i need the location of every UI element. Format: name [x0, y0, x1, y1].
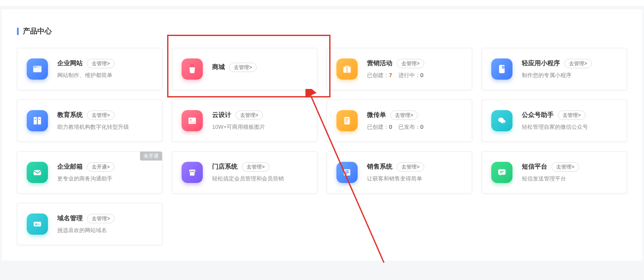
- wechat-icon: [491, 110, 512, 131]
- card-desc: 更专业的商务沟通助手: [57, 175, 153, 183]
- svg-rect-25: [345, 174, 347, 175]
- stat-value: 0: [389, 124, 392, 130]
- product-card-shop[interactable]: 商城 去管理>: [172, 48, 317, 90]
- card-desc: 让获客和销售变得简单: [367, 175, 462, 183]
- svg-rect-16: [345, 122, 347, 122]
- open-button[interactable]: 去开通>: [87, 162, 115, 172]
- list-icon: [336, 162, 358, 183]
- page: 产品中心 企业网站 去管理> 网站制作、维护都简单 商城: [2, 9, 642, 261]
- card-desc: 网站制作、维护都简单: [57, 72, 153, 79]
- message-icon: [491, 162, 512, 183]
- section-title-bar: [17, 28, 19, 35]
- product-card-miniapp[interactable]: 轻应用小程序 去管理> 制作您的专属小程序: [482, 48, 627, 90]
- svg-rect-28: [500, 172, 502, 173]
- svg-point-8: [502, 66, 505, 69]
- section-title-text: 产品中心: [23, 26, 52, 36]
- card-desc: 10W+可商用模板图片: [212, 123, 308, 131]
- card-title: 企业网站: [57, 59, 83, 67]
- product-card-mail[interactable]: 未开通 企业邮箱 去开通> 更专业的商务沟通助手: [17, 151, 162, 194]
- svg-rect-10: [39, 119, 40, 120]
- manage-button[interactable]: 去管理>: [552, 162, 579, 172]
- svg-rect-27: [500, 171, 504, 172]
- stat-label: 已发布：: [398, 124, 420, 130]
- card-title: 云设计: [212, 111, 231, 119]
- card-desc: 短信发送管理平台: [522, 175, 617, 183]
- card-title: 企业邮箱: [57, 163, 83, 171]
- stat-value: 0: [420, 124, 423, 130]
- card-title: 短信平台: [522, 163, 547, 171]
- svg-point-12: [190, 119, 191, 120]
- manage-button[interactable]: 去管理>: [235, 111, 263, 120]
- manage-button[interactable]: 去管理>: [397, 59, 424, 69]
- product-card-edu[interactable]: 教育系统 去管理> 助力教培机构数字化转型升级: [17, 100, 162, 142]
- stat-label: 进行中：: [398, 72, 420, 78]
- product-card-wechat[interactable]: 公众号助手 去管理> 轻松管理自家的微信公众号: [482, 100, 627, 142]
- image-icon: [182, 110, 203, 131]
- section-title: 产品中心: [17, 26, 627, 36]
- card-title: 商城: [212, 63, 225, 71]
- manage-button[interactable]: 去管理>: [87, 59, 115, 69]
- card-title: 门店系统: [212, 163, 238, 171]
- product-card-sales[interactable]: 销售系统 去管理> 让获客和销售变得简单: [327, 151, 472, 194]
- card-title: 公众号助手: [522, 111, 554, 119]
- card-desc: 轻松搞定会员管理和会员营销: [212, 175, 308, 183]
- header-placeholder: [0, 0, 644, 7]
- page-icon: [336, 110, 358, 131]
- svg-rect-26: [498, 169, 505, 175]
- svg-rect-20: [34, 170, 41, 175]
- browser-icon: [27, 58, 48, 80]
- svg-point-3: [36, 67, 36, 67]
- stat-value: 7: [389, 72, 392, 78]
- svg-rect-21: [190, 173, 195, 175]
- manage-button[interactable]: 去管理>: [564, 59, 592, 69]
- card-title: 域名管理: [57, 214, 83, 222]
- product-grid: 企业网站 去管理> 网站制作、维护都简单 商城 去管理>: [17, 48, 627, 245]
- manage-button[interactable]: 去管理>: [558, 111, 585, 120]
- card-desc: 挑选喜欢的网站域名: [57, 227, 153, 234]
- svg-rect-23: [345, 171, 349, 172]
- badge-unopened: 未开通: [140, 152, 162, 161]
- svg-rect-15: [345, 120, 347, 121]
- card-desc: 已创建：0 已发布：0: [367, 123, 462, 131]
- manage-button[interactable]: 去管理>: [229, 63, 257, 72]
- product-card-site[interactable]: 企业网站 去管理> 网站制作、维护都简单: [17, 48, 162, 90]
- manage-button[interactable]: 去管理>: [242, 162, 269, 172]
- svg-rect-14: [345, 119, 349, 119]
- card-title: 教育系统: [57, 111, 83, 119]
- card-desc: 制作您的专属小程序: [522, 72, 617, 79]
- manage-button[interactable]: 去管理>: [87, 111, 115, 120]
- stat-label: 已创建：: [367, 124, 389, 130]
- card-desc: 助力教培机构数字化转型升级: [57, 123, 153, 131]
- card-desc: 轻松管理自家的微信公众号: [522, 123, 617, 131]
- card-title: 轻应用小程序: [522, 59, 560, 67]
- product-card-store[interactable]: 门店系统 去管理> 轻松搞定会员管理和会员营销: [172, 151, 317, 194]
- card-title: 微传单: [367, 111, 386, 119]
- svg-text:W.≡: W.≡: [35, 223, 40, 226]
- svg-rect-9: [35, 119, 36, 120]
- card-title: 营销活动: [367, 59, 392, 67]
- book-icon: [27, 110, 48, 131]
- stat-label: 已创建：: [367, 72, 389, 78]
- svg-point-2: [34, 67, 35, 67]
- stat-value: 0: [420, 72, 423, 78]
- product-card-marketing[interactable]: 营销活动 去管理> 已创建：7 进行中：0: [327, 48, 472, 90]
- storefront-icon: [182, 162, 203, 183]
- svg-rect-24: [345, 172, 349, 173]
- shopping-bag-icon: [182, 58, 203, 80]
- card-title: 销售系统: [367, 163, 392, 171]
- product-card-flyer[interactable]: 微传单 去管理> 已创建：0 已发布：0: [327, 100, 472, 142]
- gift-icon: [336, 58, 358, 80]
- manage-button[interactable]: 去管理>: [397, 162, 424, 172]
- manage-button[interactable]: 去管理>: [390, 111, 418, 120]
- envelope-icon: [27, 162, 48, 183]
- svg-rect-6: [347, 67, 347, 73]
- product-card-domain[interactable]: W.≡ 域名管理 去管理> 挑选喜欢的网站域名: [17, 203, 162, 245]
- product-card-sms[interactable]: 短信平台 去管理> 短信发送管理平台: [482, 151, 627, 194]
- phone-app-icon: [491, 58, 512, 80]
- product-card-design[interactable]: 云设计 去管理> 10W+可商用模板图片: [172, 100, 317, 142]
- domain-icon: W.≡: [27, 213, 48, 235]
- card-desc: 已创建：7 进行中：0: [367, 72, 462, 79]
- manage-button[interactable]: 去管理>: [87, 214, 115, 224]
